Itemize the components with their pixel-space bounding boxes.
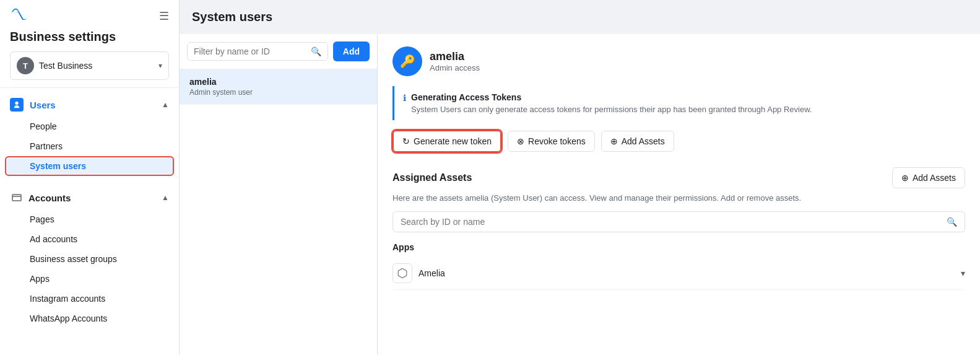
app-icon-svg [397, 268, 408, 279]
accounts-section-label: Accounts [28, 193, 71, 203]
user-detail-role: Admin access [430, 63, 480, 72]
meta-logo-icon [10, 7, 43, 20]
business-selector[interactable]: T Test Business ▾ [10, 51, 169, 80]
sidebar-item-ad-accounts[interactable]: Ad accounts [0, 229, 179, 249]
accounts-nav-items: Pages Ad accounts Business asset groups … [0, 209, 179, 328]
info-icon: ℹ [403, 93, 406, 103]
accounts-section-content: Accounts [10, 191, 71, 204]
users-nav-items: People Partners System users [0, 116, 179, 176]
main-header: System users [180, 0, 980, 34]
user-list-panel: 🔍 Add amelia Admin system user [180, 34, 378, 355]
info-banner: ℹ Generating Access Tokens System Users … [392, 86, 965, 120]
assets-description: Here are the assets amelia (System User)… [392, 193, 965, 203]
action-buttons: ↻ Generate new token ⊗ Revoke tokens ⊕ A… [392, 130, 965, 152]
assets-search-input[interactable] [401, 217, 942, 227]
accounts-icon-svg [12, 193, 22, 203]
page-title: System users [192, 10, 968, 24]
sidebar-item-pages[interactable]: Pages [0, 209, 179, 229]
add-assets-top-button[interactable]: ⊕ Add Assets [892, 167, 965, 188]
search-input-wrapper[interactable]: 🔍 [187, 42, 328, 61]
sidebar-item-whatsapp-accounts[interactable]: WhatsApp Accounts [0, 309, 179, 328]
add-assets-top-label: Add Assets [913, 173, 956, 183]
accounts-section: Accounts ▲ Pages Ad accounts Business as… [0, 181, 179, 333]
assets-search-wrapper[interactable]: 🔍 [392, 211, 965, 232]
accounts-section-icon [10, 191, 24, 204]
add-assets-label: Add Assets [622, 136, 665, 146]
sidebar-item-system-users[interactable]: System users [5, 156, 174, 176]
info-banner-title: Generating Access Tokens [411, 92, 812, 102]
revoke-tokens-button[interactable]: ⊗ Revoke tokens [508, 131, 595, 152]
assigned-assets-title: Assigned Assets [392, 172, 472, 183]
assigned-assets-header: Assigned Assets ⊕ Add Assets [392, 167, 965, 188]
search-bar: 🔍 Add [180, 34, 377, 69]
main-content: System users 🔍 Add amelia Admin system u… [180, 0, 980, 355]
user-avatar: 🔑 [392, 46, 422, 76]
chevron-down-icon: ▾ [158, 61, 162, 70]
generate-token-label: Generate new token [414, 136, 492, 146]
asset-name: Amelia [418, 268, 445, 278]
search-icon: 🔍 [311, 46, 321, 56]
users-section: Users ▲ People Partners System users [0, 88, 179, 181]
sidebar-item-business-asset-groups[interactable]: Business asset groups [0, 249, 179, 269]
user-info: amelia Admin access [430, 50, 480, 72]
assets-search-icon: 🔍 [947, 217, 957, 227]
add-assets-icon: ⊕ [610, 136, 618, 146]
user-item-name: amelia [189, 77, 367, 87]
user-list-item[interactable]: amelia Admin system user [180, 69, 377, 105]
svg-rect-0 [12, 195, 21, 201]
user-detail-panel: 🔑 amelia Admin access ℹ Generating Acces… [378, 34, 980, 355]
accounts-section-chevron: ▲ [162, 193, 169, 202]
refresh-icon: ↻ [402, 136, 410, 146]
users-section-icon [10, 98, 24, 112]
asset-item-left: Amelia [392, 263, 445, 283]
generate-token-button[interactable]: ↻ Generate new token [392, 130, 501, 152]
revoke-icon: ⊗ [517, 136, 524, 146]
assigned-assets-section: Assigned Assets ⊕ Add Assets Here are th… [392, 167, 965, 290]
sidebar-item-people[interactable]: People [0, 116, 179, 136]
revoke-tokens-label: Revoke tokens [528, 136, 586, 146]
asset-item: Amelia ▾ [392, 257, 965, 290]
user-avatar-icon: 🔑 [400, 54, 415, 69]
info-banner-description: System Users can only generate access to… [411, 105, 812, 114]
assets-category-apps: Apps [392, 242, 965, 252]
asset-expand-icon[interactable]: ▾ [961, 268, 965, 278]
business-avatar: T [17, 57, 34, 74]
add-assets-button[interactable]: ⊕ Add Assets [601, 131, 674, 152]
sidebar-item-partners[interactable]: Partners [0, 136, 179, 156]
add-button[interactable]: Add [333, 42, 370, 61]
users-icon [12, 100, 21, 109]
user-detail-header: 🔑 amelia Admin access [392, 46, 965, 76]
meta-logo [10, 7, 43, 20]
info-banner-text: Generating Access Tokens System Users ca… [411, 92, 812, 114]
asset-icon [392, 263, 412, 283]
sidebar: ☰ Business settings T Test Business ▾ Us… [0, 0, 180, 355]
add-assets-top-icon: ⊕ [901, 173, 909, 183]
accounts-section-header[interactable]: Accounts ▲ [0, 186, 179, 209]
user-detail-name: amelia [430, 50, 480, 63]
content-area: 🔍 Add amelia Admin system user 🔑 amelia … [180, 34, 980, 355]
search-input[interactable] [194, 46, 307, 56]
user-item-role: Admin system user [189, 88, 367, 97]
hamburger-menu[interactable]: ☰ [159, 9, 169, 23]
business-settings-title: Business settings [10, 30, 169, 44]
sidebar-item-apps[interactable]: Apps [0, 269, 179, 289]
users-section-header-content: Users [10, 98, 56, 112]
sidebar-header: ☰ Business settings T Test Business ▾ [0, 0, 179, 88]
sidebar-item-instagram-accounts[interactable]: Instagram accounts [0, 289, 179, 309]
users-section-label: Users [30, 100, 56, 110]
users-section-chevron: ▲ [162, 100, 169, 109]
business-name: Test Business [39, 61, 154, 71]
users-section-header[interactable]: Users ▲ [0, 93, 179, 116]
